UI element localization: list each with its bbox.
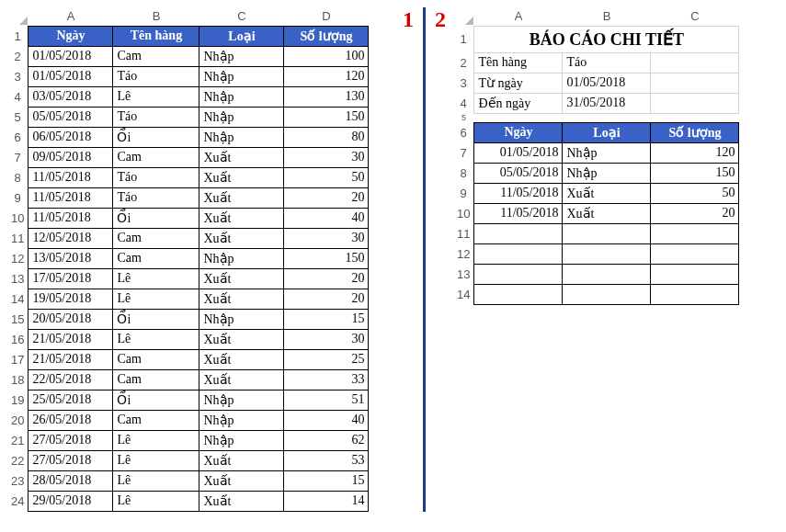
cell-loai[interactable]: Xuất	[199, 349, 284, 369]
cell-ngay[interactable]: 27/05/2018	[28, 430, 113, 450]
cell-loai[interactable]: Xuất	[199, 329, 284, 349]
cell[interactable]	[651, 93, 739, 113]
row-header[interactable]: 19	[7, 390, 28, 410]
cell-so-luong[interactable]: 80	[284, 127, 369, 147]
row-header[interactable]: 7	[7, 147, 28, 167]
row-header[interactable]: 2	[453, 52, 474, 73]
sheet2-table[interactable]: A B C 1 BÁO CÁO CHI TIẾT 2 Tên hàng Táo …	[453, 7, 739, 305]
cell-loai[interactable]: Nhập	[563, 142, 651, 163]
cell-loai[interactable]: Nhập	[199, 107, 284, 127]
cell-so-luong[interactable]: 120	[651, 142, 739, 163]
row-header[interactable]: 22	[7, 450, 28, 470]
cell-ten-hang[interactable]: Lê	[113, 329, 199, 349]
cell-so-luong[interactable]: 15	[284, 309, 369, 329]
cell-so-luong[interactable]: 25	[284, 349, 369, 369]
cell-ngay[interactable]: 27/05/2018	[28, 450, 113, 470]
cell-loai[interactable]: Xuất	[563, 183, 651, 203]
cell-so-luong[interactable]: 30	[284, 329, 369, 349]
row-header[interactable]: 4	[453, 93, 474, 113]
cell-ten-hang[interactable]: Lê	[113, 86, 199, 107]
row-header[interactable]: 11	[453, 223, 474, 243]
row-header[interactable]: 23	[7, 470, 28, 491]
cell-so-luong[interactable]: 40	[284, 410, 369, 430]
cell-so-luong[interactable]: 100	[284, 46, 369, 66]
row-header[interactable]: 14	[453, 284, 474, 304]
cell-ngay[interactable]: 20/05/2018	[28, 309, 113, 329]
filter-value[interactable]: 01/05/2018	[563, 73, 651, 93]
cell[interactable]	[651, 73, 739, 93]
row-header[interactable]: 9	[7, 187, 28, 208]
cell-so-luong[interactable]: 15	[284, 470, 369, 491]
cell-so-luong[interactable]: 30	[284, 228, 369, 248]
cell-loai[interactable]: Nhập	[563, 163, 651, 183]
cell-ten-hang[interactable]: Cam	[113, 147, 199, 167]
row-header[interactable]: 12	[453, 243, 474, 264]
cell[interactable]	[651, 52, 739, 73]
cell-ngay[interactable]: 06/05/2018	[28, 127, 113, 147]
cell-ten-hang[interactable]: Cam	[113, 228, 199, 248]
report-title[interactable]: BÁO CÁO CHI TIẾT	[474, 26, 739, 52]
select-all-corner[interactable]	[7, 7, 28, 26]
col-header[interactable]: A	[28, 7, 113, 26]
filter-value[interactable]: Táo	[563, 52, 651, 73]
cell-loai[interactable]: Nhập	[199, 46, 284, 66]
cell-ten-hang[interactable]: Cam	[113, 349, 199, 369]
cell-so-luong[interactable]: 50	[651, 183, 739, 203]
cell-so-luong[interactable]: 51	[284, 390, 369, 410]
cell[interactable]	[651, 243, 739, 264]
cell-so-luong[interactable]: 50	[284, 167, 369, 187]
cell-so-luong[interactable]: 14	[284, 491, 369, 511]
cell-ten-hang[interactable]: Cam	[113, 369, 199, 390]
cell-so-luong[interactable]: 20	[284, 187, 369, 208]
cell[interactable]	[474, 264, 563, 284]
cell-ten-hang[interactable]: Ổi	[113, 127, 199, 147]
cell[interactable]	[474, 243, 563, 264]
row-header[interactable]: 6	[7, 127, 28, 147]
select-all-corner[interactable]	[453, 7, 474, 26]
row-header[interactable]: 5	[7, 107, 28, 127]
cell-loai[interactable]: Xuất	[199, 208, 284, 228]
cell-so-luong[interactable]: 53	[284, 450, 369, 470]
cell[interactable]	[651, 264, 739, 284]
row-header[interactable]: 8	[453, 163, 474, 183]
cell-loai[interactable]: Xuất	[199, 187, 284, 208]
header-ten-hang[interactable]: Tên hàng	[113, 26, 199, 46]
cell-ten-hang[interactable]: Lê	[113, 450, 199, 470]
col-header[interactable]: D	[284, 7, 369, 26]
cell-ngay[interactable]: 11/05/2018	[28, 167, 113, 187]
row-header[interactable]: 13	[453, 264, 474, 284]
row-header[interactable]: 12	[7, 248, 28, 268]
cell-so-luong[interactable]: 40	[284, 208, 369, 228]
cell-ngay[interactable]: 28/05/2018	[28, 470, 113, 491]
row-header[interactable]: 1	[453, 26, 474, 52]
cell-so-luong[interactable]: 33	[284, 369, 369, 390]
header-so-luong[interactable]: Số lượng	[651, 122, 739, 142]
cell-ngay[interactable]: 22/05/2018	[28, 369, 113, 390]
cell-ten-hang[interactable]: Táo	[113, 107, 199, 127]
cell-ngay[interactable]: 21/05/2018	[28, 329, 113, 349]
cell-ten-hang[interactable]: Cam	[113, 46, 199, 66]
cell-ten-hang[interactable]: Ổi	[113, 208, 199, 228]
cell-ngay[interactable]: 13/05/2018	[28, 248, 113, 268]
row-header[interactable]: 3	[7, 66, 28, 86]
cell-loai[interactable]: Nhập	[199, 390, 284, 410]
row-header[interactable]: 5	[453, 113, 474, 122]
cell-loai[interactable]: Nhập	[199, 430, 284, 450]
cell-so-luong[interactable]: 20	[651, 203, 739, 223]
cell-ngay[interactable]: 19/05/2018	[28, 289, 113, 309]
cell[interactable]	[563, 284, 651, 304]
cell[interactable]	[651, 284, 739, 304]
row-header[interactable]: 7	[453, 142, 474, 163]
cell-so-luong[interactable]: 30	[284, 147, 369, 167]
cell-loai[interactable]: Xuất	[199, 268, 284, 289]
cell-loai[interactable]: Xuất	[199, 147, 284, 167]
row-header[interactable]: 21	[7, 430, 28, 450]
cell-loai[interactable]: Xuất	[199, 228, 284, 248]
cell-loai[interactable]: Nhập	[199, 66, 284, 86]
cell-loai[interactable]: Xuất	[563, 203, 651, 223]
cell-ngay[interactable]: 09/05/2018	[28, 147, 113, 167]
cell-loai[interactable]: Nhập	[199, 86, 284, 107]
row-header[interactable]: 3	[453, 73, 474, 93]
cell-ngay[interactable]: 03/05/2018	[28, 86, 113, 107]
cell-loai[interactable]: Xuất	[199, 450, 284, 470]
